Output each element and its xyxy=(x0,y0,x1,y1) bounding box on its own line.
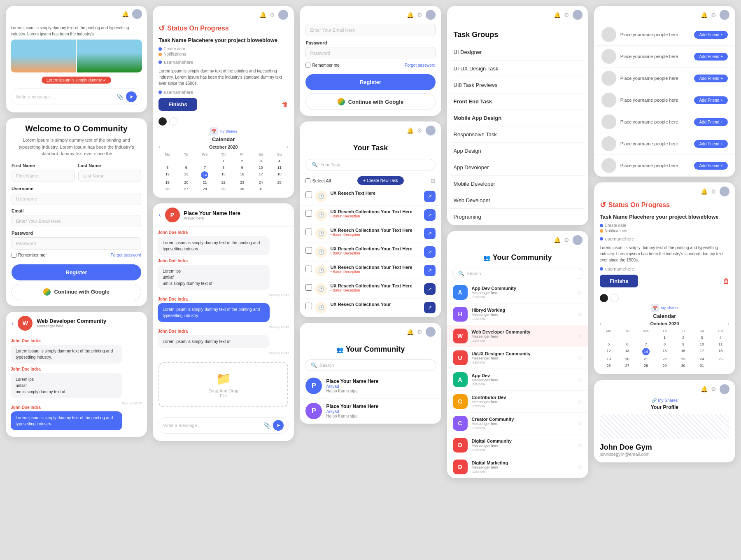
contributor-star[interactable]: ☆ xyxy=(577,398,583,405)
task-group-app-design[interactable]: App Design xyxy=(450,143,585,159)
community-search-4: Search xyxy=(467,271,481,276)
next-month-btn[interactable]: › xyxy=(287,144,288,150)
task-arrow-3[interactable]: ↗ xyxy=(424,228,436,239)
task-group-mobile-dev[interactable]: Mobile Developer xyxy=(450,176,585,192)
place-1-sub: Arsyad xyxy=(326,384,378,389)
webdev-star[interactable]: ☆ xyxy=(577,333,583,339)
task-title-4: UX Resech Collections Your Text Here xyxy=(330,246,420,251)
forgot-password-link[interactable]: Forgot password xyxy=(111,253,141,257)
delete-icon[interactable]: 🗑 xyxy=(282,101,288,108)
task-timer-icon-5: 🕐 xyxy=(315,265,327,276)
task-arrow-5[interactable]: ↗ xyxy=(424,265,436,276)
day-mo: Mo xyxy=(158,152,176,157)
community-item-contributor[interactable]: C Contributor Dev Messenger here last/no… xyxy=(447,391,588,413)
password-input[interactable] xyxy=(12,237,141,250)
task-item-3: 🕐 UX Resech Collections Your Text Here •… xyxy=(300,224,441,243)
lorem-body-5: Lorem ipsum is simply dummy text of the … xyxy=(600,245,729,263)
add-friend-btn-3[interactable]: Add Friend + xyxy=(694,75,728,82)
community-item-app-dev[interactable]: A App Dev Community Messenger here last/… xyxy=(447,282,588,303)
friend-item-7: Place yourname people here Add Friend + xyxy=(596,155,734,177)
community-item-uiux[interactable]: U Ui/UX Designer Community Messenger her… xyxy=(447,347,588,369)
community-item-digital[interactable]: D Digital Community Messenger here last/… xyxy=(447,434,588,456)
last-name-input[interactable] xyxy=(78,170,142,182)
task-group-ui-ux[interactable]: UI UX Design Task xyxy=(450,61,585,77)
attach-icon[interactable]: 📎 xyxy=(117,93,124,100)
register-button[interactable]: Register xyxy=(12,264,141,280)
add-friend-btn-4[interactable]: Add Friend + xyxy=(694,96,728,104)
send-button[interactable]: ➤ xyxy=(126,91,137,102)
back-arrow-2[interactable]: ‹ xyxy=(158,211,161,219)
send-button-2[interactable]: ➤ xyxy=(273,420,284,431)
grid-icon[interactable]: ⊞ xyxy=(431,177,436,184)
forgot-link-3[interactable]: Forgot password xyxy=(405,63,435,68)
add-friend-btn-6[interactable]: Add Friend + xyxy=(694,140,728,148)
create-task-button[interactable]: + Create New Task xyxy=(357,176,404,185)
back-arrow-icon[interactable]: ‹ xyxy=(12,320,14,327)
task-group-app-dev[interactable]: App Devoloper xyxy=(450,159,585,176)
uiux-time: last/now xyxy=(472,360,573,364)
task-checkbox-2[interactable] xyxy=(305,210,312,217)
task-group-programming[interactable]: Programing xyxy=(450,209,585,225)
prev-month-btn[interactable]: ‹ xyxy=(158,144,160,150)
finish-button-2[interactable]: Finishs xyxy=(600,275,638,287)
drag-drop-area[interactable]: 📁 Drag And Drop File xyxy=(158,362,288,407)
community-item-digital-mkt[interactable]: D Digital Marketing Messenger here last/… xyxy=(447,456,588,478)
remember-checkbox-3[interactable] xyxy=(305,63,310,68)
add-friend-btn-7[interactable]: Add Friend + xyxy=(694,162,728,170)
email-input-3[interactable] xyxy=(305,24,435,36)
task-group-ui8[interactable]: UI8 Task Previews xyxy=(450,77,585,93)
prev-month-btn-2[interactable]: ‹ xyxy=(600,321,601,327)
calendar-icon-2: 📅 xyxy=(651,304,659,312)
task-item-5: 🕐 UX Resech Collections Your Text Here •… xyxy=(300,261,441,280)
remember-checkbox[interactable] xyxy=(12,253,16,258)
finish-button[interactable]: Finishs xyxy=(158,98,197,111)
creator-star[interactable]: ☆ xyxy=(577,420,583,427)
task-arrow-1[interactable]: ↗ xyxy=(424,191,436,202)
task-group-web-dev[interactable]: Web Developer xyxy=(450,192,585,209)
task-checkbox-7[interactable] xyxy=(305,303,312,309)
attach-icon-2[interactable]: 📎 xyxy=(263,422,270,429)
hibryd-star[interactable]: ☆ xyxy=(577,311,583,317)
google-label-3: Continue with Google xyxy=(348,99,403,105)
add-friend-btn-5[interactable]: Add Friend + xyxy=(694,118,728,126)
app-dev-star[interactable]: ☆ xyxy=(577,289,583,296)
task-group-frontend[interactable]: Front End Task xyxy=(450,93,585,110)
digital-avatar: D xyxy=(453,438,468,453)
select-all-checkbox[interactable] xyxy=(305,178,310,183)
appdev2-star[interactable]: ☆ xyxy=(577,376,583,383)
community-item-webdev[interactable]: W Web Developer Community Messenger here… xyxy=(447,325,588,347)
username-input[interactable] xyxy=(12,193,141,205)
google-btn-label: Continue with Google xyxy=(54,289,109,295)
task-group-ui-designer[interactable]: UI Designer xyxy=(450,44,585,61)
delete-icon-2[interactable]: 🗑 xyxy=(723,278,729,285)
google-button-3[interactable]: Continue with Google xyxy=(305,93,435,110)
community-item-creator[interactable]: C Creator Community Messenger here last/… xyxy=(447,413,588,434)
community-item-hibryd[interactable]: H Hibryd Working Messenger here last/now… xyxy=(447,303,588,325)
digital-star[interactable]: ☆ xyxy=(577,442,583,448)
task-group-mobile-app[interactable]: Mobile App Design xyxy=(450,110,585,126)
google-signin-button[interactable]: Continue with Google xyxy=(12,284,141,300)
email-input[interactable] xyxy=(12,215,141,227)
day-th: Th xyxy=(214,152,232,157)
add-friend-btn-2[interactable]: Add Friend + xyxy=(694,53,728,61)
task-checkbox-6[interactable] xyxy=(305,284,312,291)
add-friend-btn-1[interactable]: Add Friend + xyxy=(694,31,728,39)
task-checkbox-5[interactable] xyxy=(305,266,312,272)
first-name-input[interactable] xyxy=(12,170,75,182)
register-button-3[interactable]: Register xyxy=(305,74,435,90)
task-group-responsive[interactable]: Responsoive Task xyxy=(450,126,585,143)
task-checkbox-4[interactable] xyxy=(305,247,312,254)
calendar-icon: 📅 xyxy=(210,127,218,135)
uiux-star[interactable]: ☆ xyxy=(577,355,583,361)
task-arrow-7[interactable]: ↗ xyxy=(424,302,436,313)
gear-icon: ⚙ xyxy=(270,12,275,18)
task-checkbox-3[interactable] xyxy=(305,229,312,235)
digital-mkt-star[interactable]: ☆ xyxy=(577,464,583,470)
next-month-btn-2[interactable]: › xyxy=(728,321,729,327)
task-arrow-2[interactable]: ↗ xyxy=(424,209,436,221)
community-item-appdev2[interactable]: A App Dev Messenger here last/now ☆ xyxy=(447,369,588,391)
task-checkbox-1[interactable] xyxy=(305,191,312,198)
task-arrow-4[interactable]: ↗ xyxy=(424,246,436,258)
task-arrow-6[interactable]: ↗ xyxy=(424,283,436,295)
password-input-3[interactable] xyxy=(305,47,435,59)
